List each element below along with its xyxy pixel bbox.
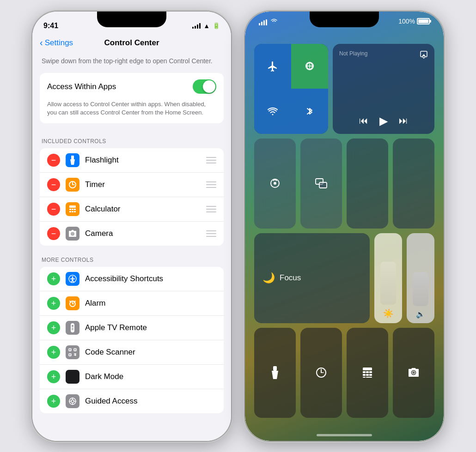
airplane-mode-button[interactable] <box>254 44 291 89</box>
access-within-apps-description: Allow access to Control Center within ap… <box>40 100 224 123</box>
svg-rect-69 <box>366 377 372 378</box>
list-item: + Dark Mode <box>40 365 224 389</box>
access-within-apps-card: Access Within Apps Allow access to Contr… <box>40 73 224 123</box>
svg-rect-67 <box>369 374 372 376</box>
cellular-button[interactable] <box>291 44 328 89</box>
remove-timer-button[interactable]: − <box>47 178 60 191</box>
wifi-icon: ▲ <box>203 22 210 30</box>
list-item: + Apple TV Remote <box>40 316 224 340</box>
cc-wifi-icon <box>270 17 278 25</box>
add-guidedaccess-button[interactable]: + <box>47 395 60 408</box>
alarm-label: Alarm <box>85 299 216 308</box>
included-controls-list: − Flashlight <box>40 148 224 246</box>
drag-handle[interactable] <box>206 206 216 212</box>
remove-flashlight-button[interactable]: − <box>47 154 60 167</box>
svg-rect-54 <box>319 182 327 188</box>
access-within-apps-toggle[interactable] <box>193 79 216 94</box>
airplay-icon[interactable] <box>420 50 428 60</box>
svg-point-27 <box>72 325 73 327</box>
svg-rect-2 <box>72 160 73 161</box>
svg-marker-56 <box>272 371 278 379</box>
list-item: − Camera <box>40 222 224 246</box>
control-center-description: Swipe down from the top-right edge to op… <box>32 51 231 73</box>
volume-fill <box>413 272 428 306</box>
cc-signal-group <box>259 17 278 25</box>
fast-forward-button[interactable]: ⏭ <box>399 115 408 126</box>
flashlight-label: Flashlight <box>85 156 201 165</box>
cc-row-2 <box>254 139 434 229</box>
add-codescanner-button[interactable]: + <box>47 346 60 359</box>
svg-rect-8 <box>72 209 73 210</box>
dark-mode-icon <box>66 370 79 384</box>
list-item: − Calculator <box>40 197 224 222</box>
volume-icon: 🔈 <box>416 310 425 319</box>
moon-icon: 🌙 <box>262 272 275 284</box>
cc-battery-icon <box>417 18 430 24</box>
list-item: − Flashlight <box>40 148 224 173</box>
focus-button[interactable]: 🌙 Focus <box>254 233 370 323</box>
svg-point-14 <box>72 233 73 235</box>
alarm-icon <box>66 296 79 310</box>
svg-rect-57 <box>274 373 276 374</box>
more-controls-header: MORE CONTROLS <box>32 249 231 267</box>
wifi-toggle-button[interactable] <box>254 89 291 134</box>
list-item: + Guided Access <box>40 389 224 413</box>
access-within-apps-label: Access Within Apps <box>47 82 116 91</box>
calculator-cc-button[interactable] <box>347 328 388 418</box>
timer-label: Timer <box>85 180 201 189</box>
accessibility-shortcuts-icon <box>66 272 79 286</box>
home-indicator <box>317 434 372 436</box>
remove-calculator-button[interactable]: − <box>47 203 60 216</box>
svg-rect-65 <box>363 374 366 376</box>
battery-icon: 🔋 <box>213 22 220 29</box>
add-appletv-button[interactable]: + <box>47 321 60 334</box>
screen-mirror-button[interactable] <box>300 139 342 229</box>
cc-battery-area: 100% <box>398 18 430 25</box>
brightness-slider[interactable]: ☀️ <box>374 233 402 323</box>
volume-slider[interactable]: 🔈 <box>407 233 434 323</box>
cc-signal-bars-icon <box>259 19 267 25</box>
now-playing-tile[interactable]: Not Playing ⏮ ▶ ⏭ <box>333 44 434 134</box>
add-darkmode-button[interactable]: + <box>47 370 60 383</box>
nav-bar: ‹ Settings Control Center <box>32 35 231 51</box>
svg-rect-11 <box>72 211 73 212</box>
connectivity-group[interactable] <box>254 44 328 134</box>
drag-handle[interactable] <box>206 157 216 163</box>
add-alarm-button[interactable]: + <box>47 297 60 310</box>
code-scanner-label: Code Scanner <box>85 348 216 357</box>
camera-icon <box>66 227 79 241</box>
drag-handle[interactable] <box>206 181 216 188</box>
svg-point-40 <box>71 400 74 403</box>
svg-line-20 <box>73 280 73 282</box>
camera-cc-button[interactable] <box>393 328 434 418</box>
svg-rect-0 <box>71 156 74 159</box>
list-item: + Code <box>40 340 224 365</box>
svg-point-71 <box>413 372 415 374</box>
svg-rect-61 <box>363 368 372 370</box>
bluetooth-button[interactable] <box>291 89 328 134</box>
now-playing-top: Not Playing <box>339 50 428 60</box>
back-label: Settings <box>45 38 73 48</box>
calculator-label: Calculator <box>85 205 201 214</box>
code-scanner-icon <box>66 345 79 359</box>
media-controls: ⏮ ▶ ⏭ <box>339 115 428 127</box>
remove-camera-button[interactable]: − <box>47 227 60 240</box>
notch <box>97 12 166 27</box>
drag-handle[interactable] <box>206 230 216 237</box>
svg-marker-1 <box>70 159 75 165</box>
add-accessibility-button[interactable]: + <box>47 272 60 285</box>
back-button[interactable]: ‹ Settings <box>40 37 73 48</box>
play-button[interactable]: ▶ <box>379 115 388 127</box>
list-item: − Timer <box>40 173 224 197</box>
timer-cc-button[interactable] <box>300 328 342 418</box>
torch-button[interactable] <box>254 328 296 418</box>
rotation-lock-button[interactable] <box>254 139 296 229</box>
flashlight-icon <box>66 153 79 167</box>
rewind-button[interactable]: ⏮ <box>359 115 368 126</box>
cc-row-3: 🌙 Focus ☀️ 🔈 <box>254 233 434 323</box>
svg-rect-66 <box>366 374 369 376</box>
svg-rect-28 <box>72 328 73 329</box>
status-time: 9:41 <box>43 22 58 30</box>
page-title: Control Center <box>104 38 159 48</box>
svg-rect-29 <box>72 329 73 330</box>
